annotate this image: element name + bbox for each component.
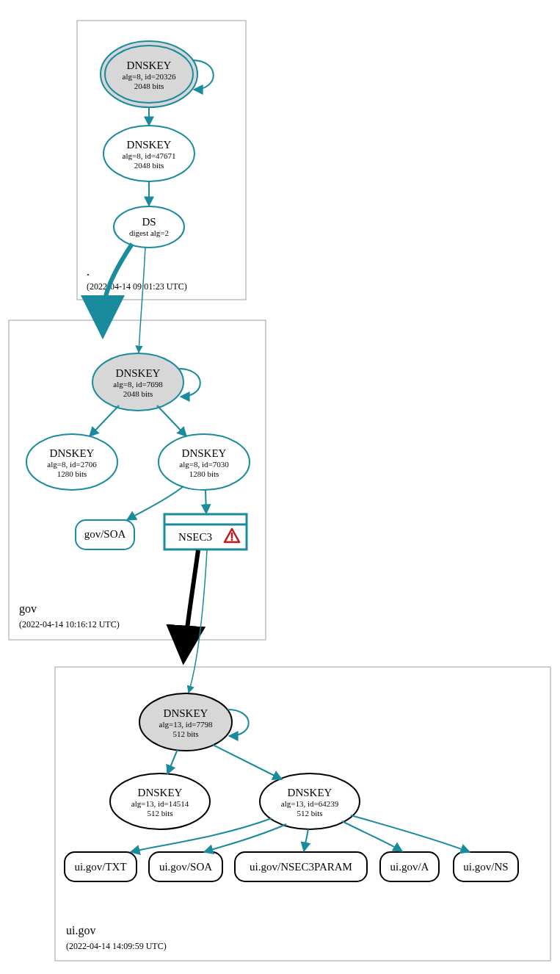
svg-text:ui.gov/SOA: ui.gov/SOA	[159, 861, 212, 873]
svg-text:alg=8, id=20326: alg=8, id=20326	[123, 72, 176, 81]
svg-text:DNSKEY: DNSKEY	[116, 367, 161, 379]
svg-text:1280 bits: 1280 bits	[189, 469, 219, 478]
edge-ui-ksk-to-zsk-a	[167, 749, 178, 774]
node-gov-soa: gov/SOA	[76, 520, 134, 549]
svg-text:2048 bits: 2048 bits	[123, 389, 153, 398]
svg-text:2048 bits: 2048 bits	[134, 161, 164, 170]
svg-text:NSEC3: NSEC3	[178, 531, 212, 543]
svg-text:alg=8, id=7698: alg=8, id=7698	[113, 380, 163, 389]
svg-text:ui.gov/NSEC3PARAM: ui.gov/NSEC3PARAM	[250, 861, 352, 873]
svg-text:512 bits: 512 bits	[172, 729, 198, 738]
node-gov-zsk-a: DNSKEY alg=8, id=2706 1280 bits	[26, 434, 117, 490]
zone-subtitle-uigov: (2022-04-14 14:09:59 UTC)	[66, 941, 167, 951]
node-root-zsk: DNSKEY alg=8, id=47671 2048 bits	[103, 126, 194, 181]
svg-text:digest alg=2: digest alg=2	[129, 228, 169, 237]
node-gov-ksk: DNSKEY alg=8, id=7698 2048 bits	[92, 353, 183, 411]
edge-ui-zsk-b-to-soa	[204, 824, 286, 852]
edge-nsec3-to-ui-ksk	[189, 550, 207, 693]
node-ui-ns: ui.gov/NS	[454, 852, 518, 881]
svg-text:DNSKEY: DNSKEY	[50, 447, 95, 459]
node-ui-txt: ui.gov/TXT	[65, 852, 137, 881]
edge-gov-to-ui-zone	[183, 550, 198, 661]
svg-text:ui.gov/NS: ui.gov/NS	[463, 861, 508, 873]
svg-text:alg=8, id=2706: alg=8, id=2706	[47, 460, 97, 469]
svg-text:alg=13, id=14514: alg=13, id=14514	[131, 799, 189, 808]
svg-text:DNSKEY: DNSKEY	[127, 139, 172, 151]
svg-text:512 bits: 512 bits	[297, 809, 322, 818]
svg-text:DNSKEY: DNSKEY	[164, 707, 208, 719]
zone-title-root: .	[87, 265, 90, 278]
svg-text:gov/SOA: gov/SOA	[84, 528, 126, 540]
svg-text:alg=13, id=7798: alg=13, id=7798	[159, 720, 213, 729]
edge-ui-zsk-b-to-a	[342, 821, 402, 851]
svg-text:512 bits: 512 bits	[147, 809, 172, 818]
node-ui-zsk-b: DNSKEY alg=13, id=64239 512 bits	[260, 773, 360, 829]
svg-text:2048 bits: 2048 bits	[134, 82, 164, 90]
node-ui-nsec3param: ui.gov/NSEC3PARAM	[235, 852, 367, 881]
svg-text:ui.gov/TXT: ui.gov/TXT	[74, 861, 126, 873]
node-ui-a: ui.gov/A	[380, 852, 439, 881]
node-gov-nsec3: NSEC3	[164, 514, 247, 549]
svg-text:DNSKEY: DNSKEY	[182, 447, 227, 459]
node-root-ksk: DNSKEY alg=8, id=20326 2048 bits	[101, 41, 197, 107]
svg-text:DNSKEY: DNSKEY	[127, 59, 172, 71]
edge-gov-zsk-b-to-nsec3	[206, 490, 206, 513]
zone-title-gov: gov	[19, 602, 37, 616]
svg-text:1280 bits: 1280 bits	[57, 469, 87, 478]
svg-text:DNSKEY: DNSKEY	[138, 787, 183, 798]
edge-root-to-gov-zone	[103, 244, 132, 317]
node-gov-zsk-b: DNSKEY alg=8, id=7030 1280 bits	[159, 434, 250, 490]
svg-text:alg=8, id=47671: alg=8, id=47671	[123, 151, 176, 160]
node-root-ds: DS digest alg=2	[114, 206, 184, 248]
zone-subtitle-root: (2022-04-14 09:01:23 UTC)	[87, 281, 187, 292]
svg-text:ui.gov/A: ui.gov/A	[390, 861, 429, 873]
dnssec-chain-diagram: . (2022-04-14 09:01:23 UTC) gov (2022-04…	[0, 0, 560, 974]
zone-title-uigov: ui.gov	[66, 924, 95, 937]
svg-text:alg=13, id=64239: alg=13, id=64239	[281, 799, 339, 808]
edge-ui-ksk-to-zsk-b	[213, 745, 282, 779]
svg-point-30	[231, 539, 233, 541]
zone-subtitle-gov: (2022-04-14 10:16:12 UTC)	[19, 619, 120, 630]
node-ui-ksk: DNSKEY alg=13, id=7798 512 bits	[139, 693, 232, 751]
node-ui-soa: ui.gov/SOA	[149, 852, 222, 881]
svg-text:DNSKEY: DNSKEY	[288, 787, 332, 798]
node-ui-zsk-a: DNSKEY alg=13, id=14514 512 bits	[110, 773, 210, 829]
edge-ui-zsk-b-to-nsec3param	[304, 829, 308, 851]
svg-text:DS: DS	[142, 216, 156, 228]
edge-gov-ksk-to-zsk-a	[90, 405, 119, 436]
svg-text:alg=8, id=7030: alg=8, id=7030	[179, 460, 229, 469]
edge-gov-ksk-to-zsk-b	[157, 405, 186, 436]
